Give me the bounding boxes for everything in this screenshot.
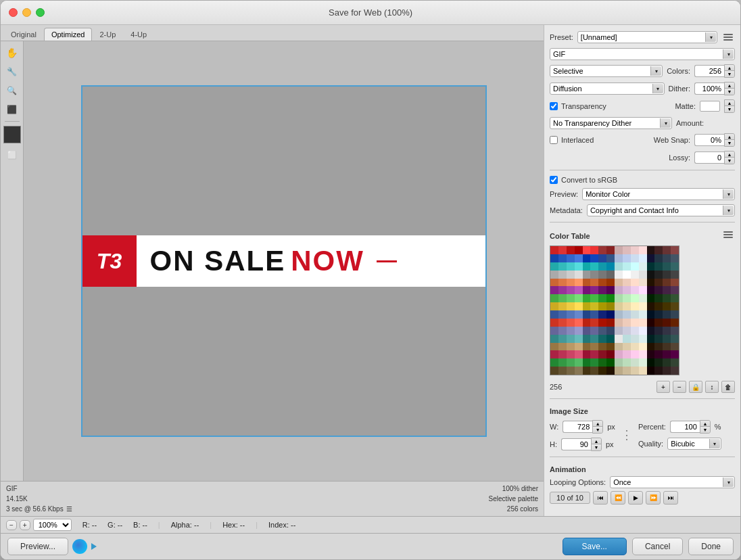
color-cell[interactable] (663, 350, 671, 358)
color-cell[interactable] (575, 358, 583, 367)
color-cell[interactable] (663, 254, 671, 262)
color-cell[interactable] (663, 286, 671, 294)
color-cell[interactable] (575, 294, 583, 302)
color-cell[interactable] (598, 350, 606, 358)
color-cell[interactable] (567, 335, 575, 343)
color-add-btn[interactable]: + (656, 381, 670, 393)
color-cell[interactable] (590, 262, 598, 271)
color-cell[interactable] (663, 367, 671, 375)
color-cell[interactable] (550, 254, 558, 262)
color-cell[interactable] (615, 343, 623, 351)
color-cell[interactable] (567, 294, 575, 302)
color-cell[interactable] (615, 319, 623, 327)
color-cell[interactable] (606, 310, 615, 319)
color-cell[interactable] (647, 327, 655, 335)
color-cell[interactable] (654, 246, 663, 254)
color-cell[interactable] (606, 319, 615, 327)
color-cell[interactable] (631, 327, 639, 335)
color-cell[interactable] (590, 319, 598, 327)
color-cell[interactable] (615, 350, 623, 358)
done-button[interactable]: Done (688, 538, 734, 555)
color-cell[interactable] (583, 254, 591, 262)
color-cell[interactable] (550, 335, 558, 343)
color-cell[interactable] (558, 254, 567, 262)
color-cell[interactable] (623, 246, 631, 254)
color-cell[interactable] (631, 246, 639, 254)
color-cell[interactable] (606, 262, 615, 271)
color-cell[interactable] (663, 358, 671, 367)
color-cell[interactable] (583, 358, 591, 367)
color-cell[interactable] (647, 350, 655, 358)
height-input[interactable] (561, 438, 591, 450)
color-cell[interactable] (631, 319, 639, 327)
preset-select[interactable]: [Unnamed] (577, 31, 717, 43)
color-cell[interactable] (550, 343, 558, 351)
color-cell[interactable] (663, 294, 671, 302)
color-cell[interactable] (583, 302, 591, 310)
color-cell[interactable] (631, 286, 639, 294)
color-cell[interactable] (567, 246, 575, 254)
close-button[interactable] (9, 8, 18, 17)
color-cell[interactable] (671, 350, 679, 358)
color-cell[interactable] (639, 319, 647, 327)
color-cell[interactable] (671, 286, 679, 294)
no-trans-dither-select[interactable]: No Transparency Dither (550, 117, 672, 129)
dither-decrement[interactable]: ▼ (725, 89, 734, 95)
transparency-checkbox[interactable] (550, 102, 558, 110)
dither-input[interactable]: 100% (694, 83, 724, 95)
color-cell[interactable] (550, 367, 558, 375)
color-cell[interactable] (663, 319, 671, 327)
color-cell[interactable] (631, 335, 639, 343)
lossy-input[interactable]: 0 (694, 151, 724, 164)
color-cell[interactable] (575, 246, 583, 254)
height-decrement[interactable]: ▼ (592, 444, 601, 450)
color-cell[interactable] (583, 262, 591, 271)
color-cell[interactable] (654, 367, 663, 375)
color-cell[interactable] (671, 302, 679, 310)
color-cell[interactable] (615, 286, 623, 294)
matte-increment[interactable]: ▲ (725, 100, 734, 106)
preset-menu-btn[interactable] (721, 30, 735, 44)
color-cell[interactable] (623, 254, 631, 262)
color-cell[interactable] (558, 262, 567, 271)
tab-4up[interactable]: 4-Up (123, 28, 154, 41)
color-cell[interactable] (550, 327, 558, 335)
color-cell[interactable] (558, 367, 567, 375)
color-delete-btn[interactable]: − (673, 381, 686, 393)
web-snap-input[interactable]: 0% (694, 134, 724, 146)
color-cell[interactable] (558, 335, 567, 343)
color-cell[interactable] (631, 254, 639, 262)
metadata-select[interactable]: Copyright and Contact Info (587, 204, 735, 216)
color-cell[interactable] (550, 286, 558, 294)
color-cell[interactable] (663, 335, 671, 343)
color-cell[interactable] (567, 358, 575, 367)
color-cell[interactable] (671, 310, 679, 319)
color-cell[interactable] (590, 302, 598, 310)
web-snap-decrement[interactable]: ▼ (725, 140, 734, 146)
color-cell[interactable] (606, 358, 615, 367)
color-cell[interactable] (590, 343, 598, 351)
anim-play-btn[interactable]: ▶ (628, 491, 643, 505)
color-cell[interactable] (639, 254, 647, 262)
color-cell[interactable] (647, 262, 655, 271)
color-cell[interactable] (567, 343, 575, 351)
tab-2up[interactable]: 2-Up (92, 28, 123, 41)
color-cell[interactable] (558, 271, 567, 279)
color-cell[interactable] (623, 327, 631, 335)
color-cell[interactable] (575, 343, 583, 351)
color-cell[interactable] (654, 335, 663, 343)
lossy-decrement[interactable]: ▼ (725, 158, 734, 164)
color-cell[interactable] (583, 335, 591, 343)
zoom-out-btn[interactable]: − (6, 520, 17, 530)
color-cell[interactable] (567, 286, 575, 294)
colors-increment[interactable]: ▲ (725, 65, 734, 71)
color-cell[interactable] (615, 367, 623, 375)
color-cell[interactable] (598, 310, 606, 319)
color-cell[interactable] (671, 254, 679, 262)
color-cell[interactable] (583, 286, 591, 294)
color-cell[interactable] (550, 310, 558, 319)
color-cell[interactable] (639, 335, 647, 343)
color-cell[interactable] (558, 246, 567, 254)
color-cell[interactable] (550, 294, 558, 302)
color-lock-btn[interactable]: 🔒 (689, 381, 702, 393)
